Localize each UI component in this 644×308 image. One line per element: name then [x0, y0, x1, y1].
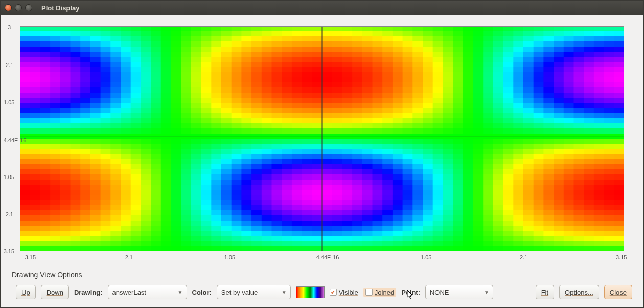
- color-label: Color:: [192, 289, 212, 296]
- up-button[interactable]: Up: [16, 285, 36, 299]
- x-tick-label: -1.05: [222, 254, 235, 260]
- down-button[interactable]: Down: [41, 285, 69, 299]
- visible-checkbox[interactable]: Visible: [330, 289, 358, 296]
- colormap-swatch[interactable]: [296, 286, 325, 298]
- titlebar[interactable]: Plot Display: [1, 1, 643, 15]
- window-controls: [5, 4, 32, 11]
- joined-checkbox[interactable]: Joined: [363, 288, 396, 297]
- x-tick-label: 1.05: [421, 254, 431, 260]
- y-tick-label: 2.1: [6, 62, 13, 68]
- x-tick-label: -3.15: [23, 254, 36, 260]
- chevron-down-icon: ▼: [176, 290, 185, 295]
- drawing-select-value: answerLast: [112, 289, 146, 296]
- minimize-window-icon[interactable]: [15, 4, 22, 11]
- y-tick-label: -2.1: [4, 211, 13, 217]
- toolbar: Up Down Drawing: answerLast ▼ Color: Set…: [1, 280, 643, 307]
- y-tick-label: -1.05: [2, 174, 14, 180]
- x-tick-label: -2.1: [123, 254, 133, 260]
- drawing-select[interactable]: answerLast ▼: [108, 285, 187, 299]
- point-label: Point:: [401, 289, 420, 296]
- x-tick-label: 3.15: [616, 254, 627, 260]
- color-select[interactable]: Set by value ▼: [217, 285, 291, 299]
- x-tick-label: 2.1: [520, 254, 527, 260]
- window-title: Plot Display: [41, 4, 79, 12]
- y-tick-label: -4.44E-16: [2, 137, 26, 143]
- heatmap-canvas[interactable]: [20, 26, 624, 251]
- drawing-label: Drawing:: [74, 289, 103, 296]
- checkbox-icon: [330, 289, 337, 296]
- x-tick-label: -4.44E-16: [314, 254, 339, 260]
- options-header: Drawing View Options: [1, 268, 643, 280]
- fit-button[interactable]: Fit: [536, 285, 554, 299]
- y-tick-label: 3: [8, 24, 11, 30]
- joined-checkbox-label: Joined: [375, 289, 394, 296]
- plot-area[interactable]: 3 2.1 1.05 -4.44E-16 -1.05 -2.1 -3.15 -3…: [1, 15, 643, 268]
- close-window-icon[interactable]: [5, 4, 12, 11]
- checkbox-icon: [365, 289, 373, 296]
- close-button[interactable]: Close: [604, 285, 632, 299]
- chevron-down-icon: ▼: [280, 290, 288, 295]
- y-tick-label: 1.05: [4, 99, 14, 105]
- app-window: Plot Display 3 2.1 1.05 -4.44E-16 -1.05 …: [0, 0, 644, 308]
- color-select-value: Set by value: [221, 289, 258, 296]
- point-select-value: NONE: [430, 289, 449, 296]
- y-tick-label: -3.15: [2, 248, 14, 254]
- maximize-window-icon[interactable]: [25, 4, 32, 11]
- options-button[interactable]: Options...: [559, 285, 599, 299]
- point-select[interactable]: NONE ▼: [425, 285, 493, 299]
- visible-checkbox-label: Visible: [339, 289, 358, 296]
- chevron-down-icon: ▼: [482, 290, 491, 295]
